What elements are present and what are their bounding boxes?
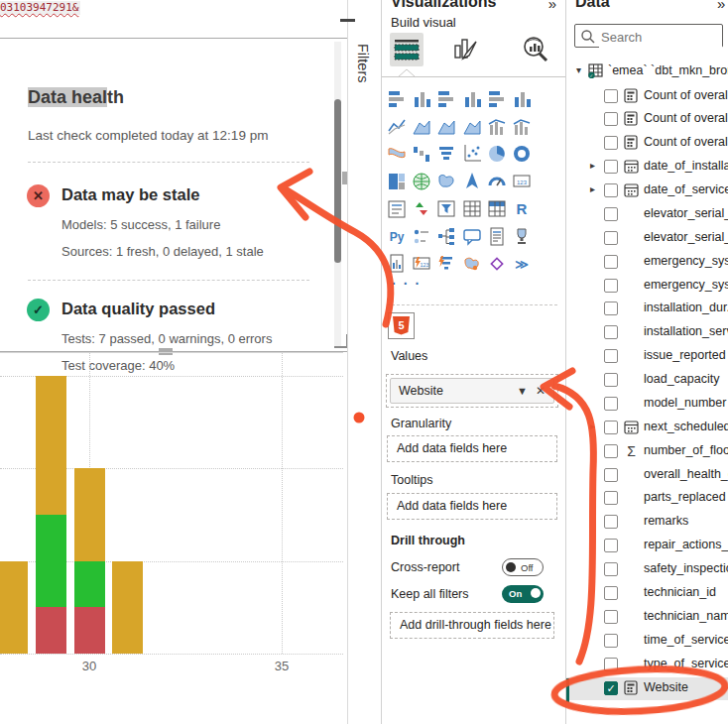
field-row-type-of-service[interactable]: type_of_service (566, 654, 728, 676)
field-row-emergency-syst[interactable]: emergency_syst. (566, 251, 728, 274)
collapse-pane-icon[interactable]: » (717, 0, 725, 12)
ribbon-chart-icon[interactable] (387, 143, 409, 165)
clustered-column-chart-icon[interactable] (462, 88, 484, 110)
chevron-expanded-icon[interactable]: ▾ (576, 64, 581, 75)
bar-31-segment-gold[interactable] (112, 561, 143, 655)
field-checkbox[interactable] (604, 302, 618, 315)
field-row-date-of-installa[interactable]: ▸date_of_installa.. (566, 156, 728, 179)
values-well[interactable]: Website ▼ ✕ (386, 374, 558, 408)
donut-chart-icon[interactable] (512, 143, 534, 165)
treemap-icon[interactable] (387, 171, 409, 192)
stacked-bar-chart-icon[interactable] (387, 88, 409, 110)
clustered-bar-chart-icon[interactable] (436, 88, 458, 110)
field-checkbox[interactable] (604, 491, 618, 505)
field-row-load-capacity[interactable]: load_capacity (566, 369, 728, 392)
field-row-parts-replaced[interactable]: parts_replaced (566, 487, 728, 510)
matrix-icon[interactable] (487, 198, 509, 220)
azure-map-icon[interactable] (462, 171, 484, 192)
chevron-down-icon[interactable]: ▼ (517, 379, 528, 403)
card-icon[interactable]: 123 (512, 171, 534, 192)
field-row-issue-reported[interactable]: issue_reported (566, 345, 728, 368)
field-row-number-of-floo[interactable]: Σnumber_of_floo. (566, 440, 728, 463)
field-row-remarks[interactable]: remarks (566, 511, 728, 534)
field-row-time-of-service[interactable]: time_of_service (566, 630, 728, 653)
key-influencers-icon[interactable] (412, 226, 433, 248)
field-checkbox[interactable] (604, 136, 618, 150)
stacked-area-chart-icon[interactable] (436, 116, 458, 138)
field-checkbox[interactable] (604, 515, 618, 529)
bar-28-segment-gold[interactable] (0, 561, 28, 655)
field-checkbox[interactable] (604, 231, 618, 245)
slicer-icon[interactable] (436, 198, 458, 220)
field-checkbox[interactable] (604, 397, 618, 411)
field-row-safety-inspectio[interactable]: safety_inspectio. (566, 558, 728, 581)
field-row-repair-actions-t[interactable]: repair_actions_t. (566, 535, 728, 557)
scatter-chart-icon[interactable] (462, 143, 484, 165)
metrics-icon[interactable] (512, 226, 534, 248)
collapse-pane-icon[interactable]: » (548, 0, 556, 12)
field-row-emergency-syst[interactable]: emergency_syst. (566, 275, 728, 298)
field-checkbox[interactable] (604, 421, 618, 434)
filters-pane-collapsed[interactable]: Filters (348, 0, 382, 724)
smart-narrative-icon[interactable] (487, 226, 509, 248)
bar-29-segment-green[interactable] (36, 515, 66, 608)
minimize-icon[interactable] (340, 19, 355, 22)
field-checkbox[interactable] (604, 325, 618, 339)
field-checkbox[interactable] (604, 468, 618, 482)
100-stacked-bar-chart-icon[interactable] (487, 88, 509, 110)
power-automate-icon[interactable]: ≫ (512, 253, 534, 275)
field-row-website[interactable]: ✓Website (566, 677, 728, 700)
remove-field-icon[interactable]: ✕ (536, 379, 546, 403)
field-row-model-number[interactable]: model_number (566, 393, 728, 416)
granularity-drop-area[interactable]: Add data fields here (387, 435, 557, 462)
multi-row-card-icon[interactable] (387, 198, 409, 220)
field-checkbox[interactable] (604, 586, 618, 600)
power-automate-trigger-icon[interactable] (436, 253, 458, 275)
get-more-visuals-button[interactable]: . . . (392, 272, 421, 288)
chevron-right-icon[interactable]: ▸ (590, 160, 595, 171)
decomposition-tree-icon[interactable] (436, 226, 458, 248)
bar-30-segment-green[interactable] (74, 561, 105, 608)
pie-chart-icon[interactable] (487, 143, 509, 165)
kpi-icon[interactable] (412, 198, 433, 220)
html5-visual-icon[interactable]: 5 (388, 312, 415, 339)
field-row-technician-name[interactable]: technician_name (566, 606, 728, 629)
data-health-tooltip-card[interactable]: Data health Last check completed today a… (0, 38, 348, 352)
field-checkbox[interactable] (604, 89, 618, 103)
100-stacked-column-chart-icon[interactable] (512, 88, 534, 110)
field-row-elevator-serial[interactable]: elevator_serial_.. (566, 227, 728, 250)
cross-report-toggle[interactable]: Off (502, 558, 544, 576)
field-row-next-scheduled[interactable]: ▸next_scheduled.. (566, 417, 728, 439)
field-checkbox[interactable] (604, 207, 618, 221)
field-row-overall-health-c[interactable]: overall_health_c. (566, 464, 728, 487)
keep-all-filters-toggle[interactable]: On (502, 585, 544, 603)
purple-diamond-visual-icon[interactable] (487, 253, 509, 275)
field-checkbox[interactable] (604, 539, 618, 552)
field-checkbox[interactable] (604, 634, 618, 648)
line-and-stacked-column-chart-icon[interactable] (487, 116, 509, 138)
area-chart-icon[interactable] (412, 116, 433, 138)
bar-29-segment-red[interactable] (36, 607, 66, 654)
python-visual-icon[interactable]: Py (387, 226, 409, 248)
field-row-count-of-overal[interactable]: Count of overal.. (566, 132, 728, 155)
arcgis-map-icon[interactable] (462, 253, 484, 275)
field-checkbox[interactable] (604, 562, 618, 576)
drill-through-drop-area[interactable]: Add drill-through fields here (390, 612, 554, 639)
stacked-histogram-visual[interactable]: 3035 (0, 352, 343, 724)
chevron-right-icon[interactable]: ▸ (590, 421, 595, 431)
bar-30-segment-red[interactable] (74, 607, 105, 654)
field-row-elevator-serial[interactable]: elevator_serial_.. (566, 203, 728, 226)
tab-format-visual[interactable] (448, 33, 482, 66)
field-checkbox[interactable]: ✓ (604, 681, 618, 695)
line-chart-icon[interactable] (387, 116, 409, 138)
line-and-clustered-column-chart-icon[interactable] (512, 116, 534, 138)
field-checkbox[interactable] (604, 658, 618, 671)
filled-map-icon[interactable] (436, 171, 458, 192)
chevron-right-icon[interactable]: ▸ (590, 183, 595, 194)
field-row-installation-dur[interactable]: installation_dur.. (566, 298, 728, 320)
tooltip-scrollbar-thumb[interactable] (334, 99, 341, 263)
table-row-emea[interactable]: ▾ ✓ `emea` `dbt_mkn_bron.. (566, 60, 728, 83)
field-checkbox[interactable] (604, 373, 618, 387)
field-checkbox[interactable] (604, 610, 618, 624)
map-icon[interactable] (412, 171, 433, 192)
